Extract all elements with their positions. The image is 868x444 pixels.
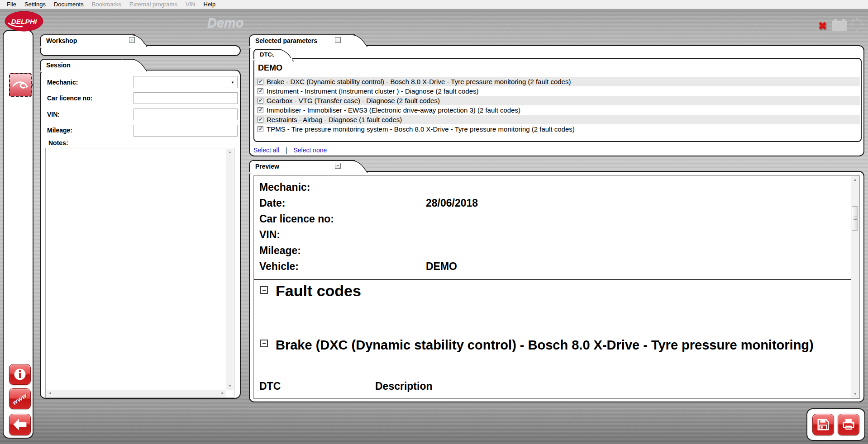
dtc-row[interactable]: ✓ TPMS - Tire pressure monitoring system…	[255, 124, 860, 134]
print-icon	[842, 418, 855, 431]
vin-field[interactable]	[134, 109, 238, 120]
preview-mechanic-row: Mechanic:	[259, 181, 310, 194]
workshop-title: Workshop	[46, 37, 77, 44]
back-arrow-icon	[13, 419, 27, 430]
save-button[interactable]	[812, 414, 834, 435]
workshop-expand-button[interactable]: +	[129, 37, 135, 43]
notes-horizontal-scrollbar[interactable]: ◄ ►	[46, 390, 226, 397]
collapse-box-icon[interactable]	[260, 286, 268, 294]
dtc-row-label: Brake - DXC (Dynamic stability control) …	[267, 78, 571, 85]
checkmark-icon: ✓	[258, 126, 263, 132]
preview-car-licence-row: Car licence no:	[259, 213, 334, 225]
dtcs-title: DTCs	[260, 51, 275, 58]
dtcs-tab: DTCs	[253, 49, 281, 59]
www-button[interactable]: www	[9, 388, 31, 409]
dtc-row-label: Gearbox - VTG (Transfer case) - Diagnose…	[267, 97, 440, 104]
checkmark-icon: ✓	[258, 97, 263, 104]
notes-textarea[interactable]: ▲ ▼ ◄ ►	[45, 148, 234, 398]
page-title: Demo	[207, 15, 244, 30]
session-panel: Mechanic: ▼ Car licence no: VIN: Mileage…	[40, 70, 241, 399]
dtc-row-label: TPMS - Tire pressure monitoring system -…	[267, 125, 575, 133]
dtc-checkbox[interactable]: ✓	[258, 107, 263, 113]
collapse-box-icon[interactable]	[260, 340, 268, 347]
preview-date-value: 28/06/2018	[426, 197, 478, 209]
dtc-row-label: Instrument - Instrument (Instrument clus…	[267, 87, 479, 95]
session-tab[interactable]: Session	[40, 59, 135, 71]
info-icon	[13, 367, 27, 382]
mileage-field[interactable]	[134, 125, 238, 137]
preview-panel: Mechanic: Date:28/06/2018 Car licence no…	[249, 171, 864, 402]
scroll-down-icon[interactable]: ▼	[851, 391, 859, 398]
info-button[interactable]	[9, 364, 31, 385]
print-button[interactable]	[838, 414, 859, 435]
preview-mileage-row: Mileage:	[259, 245, 301, 257]
back-button[interactable]	[9, 414, 31, 435]
preview-vehicle-row: Vehicle:DEMO	[259, 260, 299, 273]
menu-bookmarks: Bookmarks	[88, 0, 125, 9]
car-licence-label: Car licence no:	[47, 94, 92, 102]
dtc-row[interactable]: ✓ Brake - DXC (Dynamic stability control…	[255, 77, 860, 86]
preview-collapse-button[interactable]: −	[335, 163, 341, 169]
preview-vin-row: VIN:	[259, 229, 280, 241]
car-licence-field[interactable]	[134, 92, 238, 104]
preview-title: Preview	[255, 163, 279, 170]
brake-section-heading: Brake (DXC (Dynamic stability control) -…	[260, 340, 832, 354]
preview-vehicle-value: DEMO	[426, 260, 457, 273]
session-title: Session	[46, 61, 71, 69]
spinner-icon	[850, 17, 864, 32]
menu-file[interactable]: File	[3, 0, 20, 9]
selection-links: Select all|Select none	[253, 146, 327, 154]
vehicle-heading: DEMO	[258, 63, 282, 73]
scrollbar-thumb[interactable]	[852, 206, 858, 231]
dtc-checkbox[interactable]: ✓	[258, 88, 263, 94]
link-separator: |	[286, 146, 287, 154]
vin-label: VIN:	[47, 111, 60, 118]
dtc-checkbox[interactable]: ✓	[258, 98, 263, 104]
menu-help[interactable]: Help	[200, 0, 220, 9]
dtc-checkbox[interactable]: ✓	[258, 79, 263, 85]
close-icon[interactable]: ✖	[818, 20, 827, 32]
select-all-link[interactable]: Select all	[253, 146, 279, 154]
mechanic-label: Mechanic:	[47, 79, 78, 86]
svg-text:DELPHI: DELPHI	[11, 18, 38, 25]
dtc-row[interactable]: ✓ Immobiliser - Immobiliser - EWS3 (Elec…	[255, 105, 860, 115]
scroll-down-icon[interactable]: ▼	[226, 383, 234, 390]
dtc-row[interactable]: ✓ Instrument - Instrument (Instrument cl…	[255, 86, 860, 96]
dtc-row[interactable]: ✓ Restraints - Airbag - Diagnose (1 faul…	[255, 115, 860, 124]
dtc-row-label: Immobiliser - Immobiliser - EWS3 (Electr…	[267, 106, 520, 114]
left-sidebar: www	[3, 30, 33, 439]
menu-bar: File Settings Documents Bookmarks Extern…	[0, 0, 868, 9]
scroll-up-icon[interactable]: ▲	[851, 176, 859, 184]
select-none-link[interactable]: Select none	[293, 146, 327, 154]
notes-label: Notes:	[48, 139, 68, 146]
selected-parameters-panel: DTCs DEMO ✓ Brake - DXC (Dynamic stabili…	[249, 45, 864, 156]
dtcs-groupbox: DEMO ✓ Brake - DXC (Dynamic stability co…	[253, 58, 862, 142]
preview-vertical-scrollbar[interactable]: ▲ ▼	[851, 176, 859, 398]
vehicle-selection-icon[interactable]	[9, 73, 32, 97]
selected-parameters-title: Selected parameters	[255, 37, 317, 44]
menu-settings[interactable]: Settings	[20, 0, 50, 9]
scroll-up-icon[interactable]: ▲	[226, 149, 234, 156]
menu-documents[interactable]: Documents	[50, 0, 88, 9]
battery-icon	[832, 21, 847, 31]
workshop-tab[interactable]: Workshop	[40, 34, 135, 46]
scroll-right-icon[interactable]: ►	[219, 390, 226, 397]
dtc-row[interactable]: ✓ Gearbox - VTG (Transfer case) - Diagno…	[255, 96, 860, 105]
checkmark-icon: ✓	[258, 116, 263, 123]
selected-parameters-collapse-button[interactable]: −	[335, 37, 341, 43]
mechanic-combobox[interactable]: ▼	[134, 76, 238, 88]
dtc-checkbox[interactable]: ✓	[258, 126, 263, 132]
notes-vertical-scrollbar[interactable]: ▲ ▼	[226, 149, 234, 390]
save-icon	[816, 418, 830, 431]
divider	[254, 279, 852, 280]
www-icon: www	[11, 392, 29, 406]
fault-codes-section-heading: Fault codes	[260, 286, 361, 300]
checkmark-icon: ✓	[258, 88, 263, 94]
dtc-column-header: DTC	[259, 380, 281, 392]
description-column-header: Description	[375, 380, 433, 392]
dtc-checkbox[interactable]: ✓	[258, 117, 263, 123]
chevron-down-icon: ▼	[231, 80, 234, 85]
preview-document: Mechanic: Date:28/06/2018 Car licence no…	[253, 175, 860, 399]
dtc-row-label: Restraints - Airbag - Diagnose (1 fault …	[267, 116, 402, 123]
scroll-left-icon[interactable]: ◄	[46, 390, 53, 397]
